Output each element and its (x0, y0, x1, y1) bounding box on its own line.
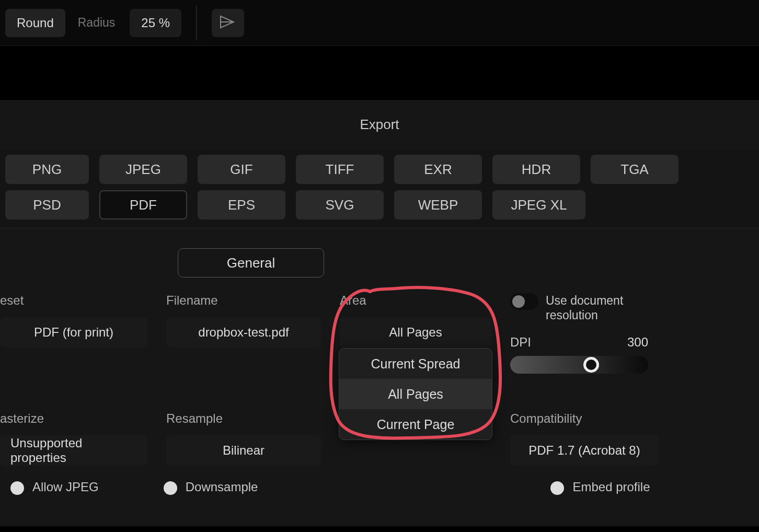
tab-general-label: General (227, 255, 275, 271)
format-label: PSD (33, 197, 61, 213)
area-dropdown-popup: Current SpreadAll PagesCurrent Page (339, 348, 492, 440)
toggle-knob (512, 295, 525, 308)
format-tile-jpeg[interactable]: JPEG (99, 155, 187, 184)
format-grid: PNGJPEGGIFTIFFEXRHDRTGA PSDPDFEPSSVGWEBP… (0, 149, 759, 228)
area-option-label: All Pages (388, 387, 443, 402)
tab-general[interactable]: General (178, 248, 324, 277)
allow-jpeg-label: Allow JPEG (32, 479, 99, 495)
radio-icon (164, 481, 177, 495)
filename-column: Filename dropbox-test.pdf (157, 293, 330, 374)
format-label: HDR (522, 161, 551, 178)
rasterize-value: Unsupported properties (10, 436, 137, 465)
format-tile-psd[interactable]: PSD (5, 190, 89, 219)
use-doc-res-toggle[interactable] (510, 293, 538, 310)
format-tile-png[interactable]: PNG (5, 155, 89, 184)
corner-style-button[interactable]: Round (5, 9, 65, 37)
top-toolbar: Round Radius 25 % (0, 0, 759, 46)
area-dropdown-button[interactable]: All Pages (340, 317, 491, 348)
format-label: JPEG XL (511, 197, 567, 213)
dpi-value: 300 (627, 335, 648, 350)
dpi-slider[interactable] (510, 356, 648, 374)
export-panel: Export PNGJPEGGIFTIFFEXRHDRTGA PSDPDFEPS… (0, 100, 759, 526)
compat-column: Compatibility PDF 1.7 (Acrobat 8) (501, 411, 668, 466)
format-tile-hdr[interactable]: HDR (492, 155, 580, 184)
resample-label: Resample (166, 411, 321, 426)
export-tabs: General (0, 228, 759, 293)
filename-label: Filename (166, 293, 321, 308)
format-label: SVG (326, 197, 354, 213)
toolbar-divider (196, 6, 197, 40)
radius-input[interactable]: 25 % (130, 9, 181, 37)
area-option-label: Current Page (377, 417, 455, 432)
format-tile-jpeg-xl[interactable]: JPEG XL (492, 190, 585, 219)
resample-value: Bilinear (223, 443, 264, 458)
compat-label: Compatibility (510, 411, 659, 426)
area-option-label: Current Spread (371, 356, 461, 372)
format-tile-eps[interactable]: EPS (198, 190, 285, 219)
compat-dropdown[interactable]: PDF 1.7 (Acrobat 8) (510, 435, 659, 466)
embed-profile-check[interactable]: Embed profile (550, 479, 650, 495)
rasterize-column: asterize Unsupported properties (0, 411, 157, 466)
rasterize-dropdown[interactable]: Unsupported properties (0, 435, 147, 466)
format-label: WEBP (418, 197, 458, 213)
format-tile-exr[interactable]: EXR (394, 155, 482, 184)
format-tile-webp[interactable]: WEBP (394, 190, 482, 219)
radio-icon (550, 481, 564, 495)
spacer (0, 46, 759, 100)
area-option-current-page[interactable]: Current Page (339, 409, 492, 440)
radius-value-text: 25 % (141, 16, 170, 30)
allow-jpeg-check[interactable]: Allow JPEG (10, 479, 99, 495)
downsample-check[interactable]: Downsample (164, 479, 258, 495)
embed-profile-label: Embed profile (572, 479, 650, 495)
format-tile-gif[interactable]: GIF (198, 155, 285, 184)
format-tile-pdf[interactable]: PDF (99, 190, 187, 219)
format-label: TIFF (326, 161, 354, 178)
dpi-label: DPI (510, 335, 531, 350)
format-tile-tiff[interactable]: TIFF (296, 155, 384, 184)
area-label: Area (340, 293, 491, 308)
area-value: All Pages (389, 325, 442, 340)
filename-input[interactable]: dropbox-test.pdf (166, 317, 321, 348)
format-label: EXR (424, 161, 452, 178)
preset-column: eset PDF (for print) (0, 293, 157, 374)
format-label: GIF (230, 161, 252, 178)
use-doc-res-label: Use document resolution (546, 293, 648, 322)
radius-label: Radius (78, 16, 116, 30)
format-label: TGA (620, 161, 648, 178)
export-title: Export (0, 101, 759, 149)
preset-value: PDF (for print) (34, 325, 113, 340)
dpi-column: Use document resolution DPI 300 (501, 293, 658, 374)
format-label: EPS (228, 197, 255, 213)
resample-dropdown[interactable]: Bilinear (166, 435, 321, 466)
downsample-label: Downsample (186, 479, 258, 495)
triangle-play-icon (219, 14, 237, 32)
format-tile-svg[interactable]: SVG (296, 190, 384, 219)
expand-stroke-button[interactable] (212, 9, 244, 37)
filename-value: dropbox-test.pdf (198, 325, 289, 340)
format-tile-tga[interactable]: TGA (591, 155, 678, 184)
area-option-current-spread[interactable]: Current Spread (339, 349, 492, 379)
rasterize-label: asterize (0, 411, 147, 426)
format-label: PDF (130, 197, 157, 213)
radio-icon (10, 481, 24, 495)
resample-column: Resample Bilinear (157, 411, 330, 466)
format-label: JPEG (125, 161, 161, 178)
preset-label: eset (0, 293, 147, 308)
preset-dropdown[interactable]: PDF (for print) (0, 317, 147, 348)
compat-value: PDF 1.7 (Acrobat 8) (528, 443, 640, 458)
corner-style-label: Round (17, 16, 54, 30)
format-label: PNG (32, 161, 62, 178)
slider-thumb-icon (583, 357, 599, 373)
area-option-all-pages[interactable]: All Pages (339, 379, 492, 409)
